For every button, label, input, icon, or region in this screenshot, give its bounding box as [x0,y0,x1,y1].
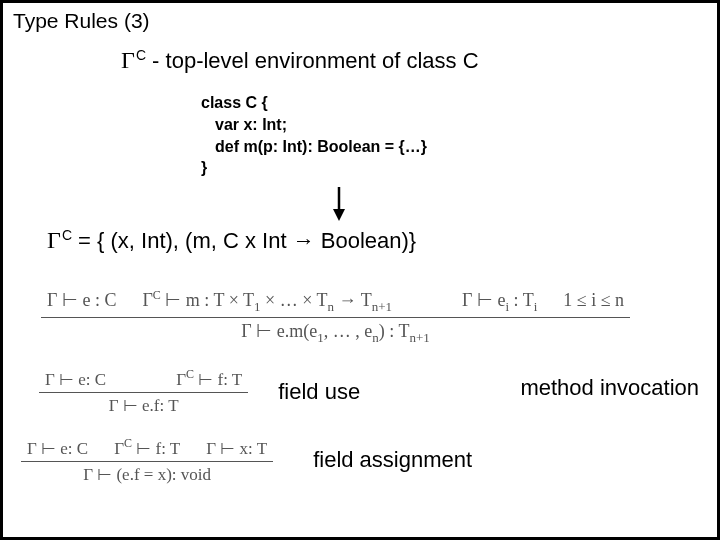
gamma-equation: ΓC = { (x, Int), (m, C x Int → Boolean)} [47,227,709,254]
inference-rule: Γ ⊢ e: CΓC ⊢ f: TΓ ⊢ x: T Γ ⊢ (e.f = x):… [21,434,273,487]
code-line: class C { [201,92,709,114]
rule-label-method: method invocation [520,375,699,401]
sup: C [124,436,132,450]
conclusion: , … , e [324,321,373,341]
sub: n+1 [372,299,392,314]
premise: Γ ⊢ e: C [27,439,88,458]
slide-title: Type Rules (3) [13,9,709,33]
premise: : T [509,290,534,310]
conclusion: ) : T [379,321,410,341]
sup: C [186,367,194,381]
inference-rule: Γ ⊢ e : CΓC ⊢ m : T × T1 × … × Tn → Tn+1… [41,286,630,347]
gamma-sup: C [62,227,72,243]
gamma-def-text: - top-level environment of class C [146,48,479,73]
svg-marker-1 [333,209,345,221]
premise: ⊢ f: T [132,439,180,458]
conclusion: Γ ⊢ e.m(e [241,321,317,341]
code-example: class C { var x: Int; def m(p: Int): Boo… [201,92,709,178]
premise: Γ ⊢ e: C [45,370,106,389]
inference-rule: Γ ⊢ e: CΓC ⊢ f: T Γ ⊢ e.f: T [39,365,248,418]
rule-conclusion: Γ ⊢ e.f: T [39,393,248,418]
rule-method-invocation: Γ ⊢ e : CΓC ⊢ m : T × T1 × … × Tn → Tn+1… [41,286,681,347]
gamma-definition-line: ΓC - top-level environment of class C [121,47,709,74]
rule-field-assignment: Γ ⊢ e: CΓC ⊢ f: TΓ ⊢ x: T Γ ⊢ (e.f = x):… [11,434,709,487]
premise: ⊢ m : T × T [161,290,254,310]
rule-conclusion: Γ ⊢ (e.f = x): void [21,462,273,487]
gamma-sup: C [136,47,146,63]
premise: → T [334,290,372,310]
gamma-symbol: Γ [47,227,61,253]
code-line: def m(p: Int): Boolean = {…} [201,136,709,158]
premise: ⊢ f: T [194,370,242,389]
premise: Γ [114,439,124,458]
sub: i [534,299,538,314]
gamma-eq-text: = { (x, Int), (m, C x Int → Boolean)} [72,228,416,253]
side-condition: 1 ≤ i ≤ n [563,290,624,310]
code-line: var x: Int; [201,114,709,136]
premise: Γ ⊢ e [462,290,505,310]
premise: × … × T [261,290,328,310]
premise: Γ ⊢ x: T [206,439,267,458]
rule-premises: Γ ⊢ e: CΓC ⊢ f: TΓ ⊢ x: T [21,434,273,462]
rule-premises: Γ ⊢ e : CΓC ⊢ m : T × T1 × … × Tn → Tn+1… [41,286,630,318]
code-line: } [201,157,709,179]
premise: Γ [142,290,152,310]
sub: n+1 [409,329,429,344]
slide-frame: Type Rules (3) ΓC - top-level environmen… [0,0,720,540]
rule-premises: Γ ⊢ e: CΓC ⊢ f: T [39,365,248,393]
arrow-down-icon [331,187,709,221]
rule-label-field: field use [278,379,360,405]
rule-label-assign: field assignment [313,447,472,473]
premise: Γ [176,370,186,389]
rule-conclusion: Γ ⊢ e.m(e1, … , en) : Tn+1 [41,318,630,348]
sup: C [153,288,161,302]
premise: Γ ⊢ e : C [47,290,116,310]
gamma-symbol: Γ [121,47,135,73]
